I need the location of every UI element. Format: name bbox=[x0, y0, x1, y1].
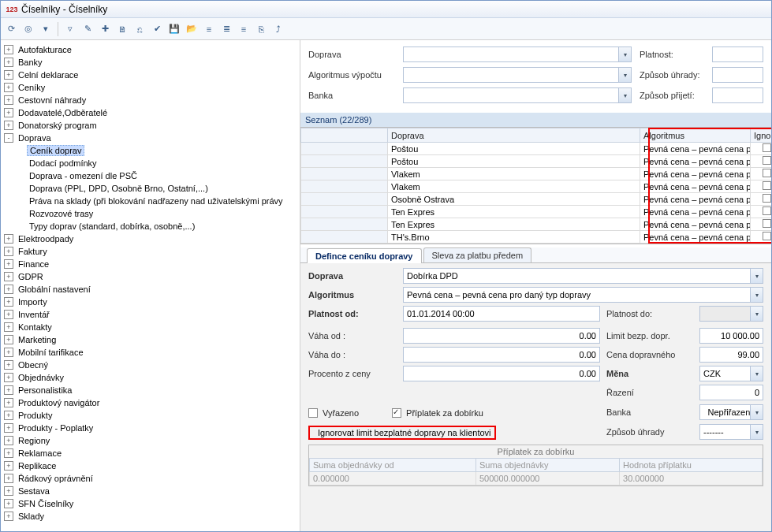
tb-new-icon[interactable]: ◎ bbox=[21, 22, 35, 36]
filter-platnost-input[interactable] bbox=[712, 47, 763, 62]
chevron-down-icon[interactable]: ▾ bbox=[750, 288, 763, 302]
chevron-down-icon[interactable]: ▾ bbox=[750, 425, 763, 439]
table-row[interactable]: Osobně OstravaPevná cena – pevná cena pr… bbox=[301, 193, 772, 206]
tree-item[interactable]: +Regiony bbox=[4, 434, 300, 447]
tab-sleva[interactable]: Sleva za platbu předem bbox=[423, 247, 532, 262]
tree-item[interactable]: Doprava - omezení dle PSČ bbox=[15, 169, 300, 182]
tb-refresh-icon[interactable]: ⟳ bbox=[4, 22, 18, 36]
expand-icon[interactable]: + bbox=[4, 436, 13, 445]
tree-item[interactable]: +Produkty - Poplatky bbox=[4, 422, 300, 434]
expand-icon[interactable]: + bbox=[4, 373, 13, 382]
expand-icon[interactable]: + bbox=[4, 512, 13, 521]
tb-export-icon[interactable]: ⤴ bbox=[271, 22, 285, 36]
tree-item[interactable]: +Importy bbox=[4, 296, 300, 308]
tb-row-last-icon[interactable]: ⎘ bbox=[254, 22, 268, 36]
expand-icon[interactable]: + bbox=[4, 83, 13, 92]
chevron-down-icon[interactable]: ▾ bbox=[618, 88, 631, 102]
expand-icon[interactable]: + bbox=[4, 121, 13, 130]
tb-folder-open-icon[interactable]: 📂 bbox=[185, 22, 199, 36]
expand-icon[interactable]: + bbox=[4, 285, 13, 294]
d-doprava-combo[interactable]: ▾ bbox=[403, 268, 763, 284]
tree-item[interactable]: +Personalistika bbox=[4, 384, 300, 396]
grid-header[interactable]: Algoritmus bbox=[640, 128, 751, 143]
tree-item[interactable]: +GDPR bbox=[4, 270, 300, 283]
tree-pane[interactable]: +Autofakturace+Banky+Celní deklarace+Cen… bbox=[1, 40, 300, 531]
tree-item[interactable]: +Donatorský program bbox=[4, 119, 300, 132]
chevron-down-icon[interactable]: ▾ bbox=[750, 366, 763, 381]
expand-icon[interactable]: + bbox=[4, 247, 13, 256]
row-checkbox[interactable] bbox=[763, 181, 771, 190]
expand-icon[interactable]: + bbox=[4, 95, 13, 105]
d-limit-input[interactable] bbox=[699, 328, 763, 344]
d-platdo-combo[interactable]: ▾ bbox=[699, 306, 763, 322]
expand-icon[interactable]: + bbox=[4, 310, 13, 319]
expand-icon[interactable]: + bbox=[4, 272, 13, 281]
tree-item[interactable]: Doprava (PPL, DPD, Osobně Brno, Ostatní,… bbox=[15, 182, 300, 195]
d-doprava-input[interactable] bbox=[403, 268, 763, 284]
tb-row-first-icon[interactable]: ≡ bbox=[202, 22, 216, 36]
tree-item[interactable]: +Mobilní tarifikace bbox=[4, 346, 300, 359]
tree-item[interactable]: +Obecný bbox=[4, 359, 300, 371]
tree-item[interactable]: +Objednávky bbox=[4, 371, 300, 384]
tree-item[interactable]: +Replikace bbox=[4, 459, 300, 472]
expand-icon[interactable]: + bbox=[4, 423, 13, 433]
tree-item[interactable]: +Globální nastavení bbox=[4, 283, 300, 296]
filter-banka-input[interactable] bbox=[403, 87, 632, 103]
expand-icon[interactable]: + bbox=[4, 499, 13, 508]
expand-icon[interactable]: + bbox=[4, 58, 13, 67]
tree-item[interactable]: +Inventář bbox=[4, 308, 300, 321]
tree-item[interactable]: +Kontakty bbox=[4, 321, 300, 333]
grid-header[interactable]: IgnoreSubjectRulLimitFreeTra bbox=[751, 128, 772, 143]
d-vahaod-input[interactable] bbox=[403, 328, 600, 344]
tree-item[interactable]: +Banky bbox=[4, 56, 300, 69]
table-row[interactable]: Ten ExpresPevná cena – pevná cena pro da… bbox=[301, 218, 772, 231]
tree-item[interactable]: +Faktury bbox=[4, 245, 300, 258]
expand-icon[interactable]: + bbox=[4, 385, 13, 395]
tb-edit-pencil-icon[interactable]: ✎ bbox=[80, 22, 95, 36]
expand-icon[interactable]: + bbox=[4, 234, 13, 244]
chevron-down-icon[interactable]: ▾ bbox=[750, 269, 763, 283]
table-row[interactable]: PoštouPevná cena – pevná cena pro daný t… bbox=[301, 155, 772, 168]
tree-item[interactable]: +Sklady bbox=[4, 510, 300, 523]
filter-prijeti-input[interactable] bbox=[712, 87, 763, 103]
expand-icon[interactable]: + bbox=[4, 486, 13, 496]
d-cena-input[interactable] bbox=[699, 347, 763, 363]
expand-icon[interactable]: + bbox=[4, 335, 13, 344]
chevron-down-icon[interactable]: ▾ bbox=[750, 405, 763, 419]
tb-doc-cancel-icon[interactable]: ⎌ bbox=[132, 22, 147, 36]
d-platod-input[interactable] bbox=[403, 306, 600, 322]
d-mena-combo[interactable]: ▾ bbox=[699, 366, 763, 381]
expand-icon[interactable]: + bbox=[4, 360, 13, 370]
tree-item[interactable]: Rozvozové trasy bbox=[15, 207, 300, 220]
table-row[interactable]: Ten ExpresPevná cena – pevná cena pro da… bbox=[301, 206, 772, 218]
tree-item[interactable]: +Produktový navigátor bbox=[4, 396, 300, 409]
row-checkbox[interactable] bbox=[763, 206, 771, 215]
collapse-icon[interactable]: - bbox=[4, 133, 13, 143]
expand-icon[interactable]: + bbox=[4, 259, 13, 269]
row-checkbox[interactable] bbox=[763, 156, 771, 165]
expand-icon[interactable]: + bbox=[4, 348, 13, 357]
tree-item[interactable]: +Autofakturace bbox=[4, 43, 300, 56]
tree-item[interactable]: Ceník doprav bbox=[15, 144, 300, 157]
filter-banka-combo[interactable]: ▾ bbox=[403, 87, 632, 103]
filter-uhrada-input[interactable] bbox=[712, 67, 763, 83]
tree-item[interactable]: Dodací podmínky bbox=[15, 157, 300, 169]
filter-algoritmus-combo[interactable]: ▾ bbox=[403, 67, 632, 83]
vyrazeno-checkbox[interactable] bbox=[308, 408, 318, 418]
tree-item[interactable]: +Ceníky bbox=[4, 81, 300, 94]
tree-item[interactable]: +Cestovní náhrady bbox=[4, 94, 300, 106]
d-banka-combo[interactable]: ▾ bbox=[699, 404, 763, 420]
tree-item[interactable]: Práva na sklady (při blokování nadřazeny… bbox=[15, 195, 300, 207]
d-razeni-input[interactable] bbox=[699, 385, 763, 400]
tree-item[interactable]: Typy doprav (standard, dobírka, osobně,.… bbox=[15, 220, 300, 233]
table-row[interactable]: PoštouPevná cena – pevná cena pro daný t… bbox=[301, 143, 772, 155]
expand-icon[interactable]: + bbox=[4, 474, 13, 483]
chevron-down-icon[interactable]: ▾ bbox=[618, 47, 631, 61]
tb-doc-icon[interactable]: 🗎 bbox=[115, 22, 129, 36]
d-vahado-input[interactable] bbox=[403, 347, 600, 363]
filter-doprava-input[interactable] bbox=[403, 47, 632, 62]
tree-item[interactable]: +Celní deklarace bbox=[4, 69, 300, 81]
tree-item[interactable]: +SFN Číselníky bbox=[4, 497, 300, 510]
row-checkbox[interactable] bbox=[763, 194, 771, 203]
tree-item[interactable]: +Dodavatelé,Odběratelé bbox=[4, 106, 300, 119]
